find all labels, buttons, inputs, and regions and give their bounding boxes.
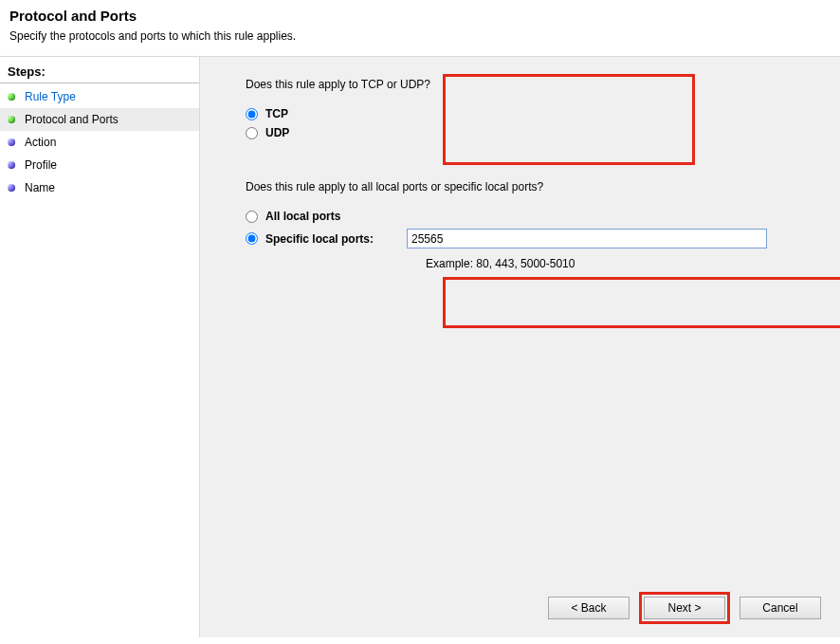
- bullet-icon: [8, 138, 15, 146]
- page-subtitle: Specify the protocols and ports to which…: [9, 29, 831, 43]
- specific-ports-input[interactable]: [407, 229, 767, 248]
- ports-example-text: Example: 80, 443, 5000-5010: [227, 251, 821, 270]
- step-label: Name: [25, 181, 55, 194]
- annotation-highlight-next: Next >: [639, 592, 730, 624]
- bullet-icon: [8, 116, 15, 123]
- radio-tcp-row: TCP: [227, 104, 821, 123]
- radio-specific-ports-label[interactable]: Specific local ports:: [265, 232, 374, 246]
- radio-specific-ports-row: Specific local ports:: [227, 226, 821, 251]
- cancel-button[interactable]: Cancel: [740, 597, 821, 619]
- step-name[interactable]: Name: [0, 176, 199, 199]
- step-action[interactable]: Action: [0, 131, 199, 154]
- radio-all-ports-label[interactable]: All local ports: [265, 210, 340, 223]
- ports-group: Does this rule apply to all local ports …: [227, 180, 821, 270]
- bullet-icon: [8, 161, 15, 169]
- step-protocol-and-ports[interactable]: Protocol and Ports: [0, 108, 199, 131]
- annotation-highlight-specific-ports: [443, 277, 840, 328]
- header: Protocol and Ports Specify the protocols…: [0, 0, 840, 56]
- radio-specific-ports[interactable]: [246, 232, 258, 245]
- radio-tcp[interactable]: [246, 108, 258, 120]
- next-button[interactable]: Next >: [644, 597, 725, 619]
- bullet-icon: [8, 93, 15, 101]
- step-label: Protocol and Ports: [25, 113, 119, 126]
- radio-udp-label[interactable]: UDP: [265, 126, 289, 139]
- bullet-icon: [8, 184, 15, 192]
- protocol-group: Does this rule apply to TCP or UDP? TCP …: [227, 78, 821, 142]
- step-label: Action: [25, 136, 56, 149]
- page-title: Protocol and Ports: [9, 8, 831, 24]
- radio-udp-row: UDP: [227, 123, 821, 142]
- step-profile[interactable]: Profile: [0, 154, 199, 176]
- step-label: Profile: [25, 158, 57, 172]
- radio-all-ports-row: All local ports: [227, 207, 821, 226]
- radio-all-ports[interactable]: [246, 211, 258, 223]
- protocol-question: Does this rule apply to TCP or UDP?: [227, 78, 821, 91]
- step-rule-type[interactable]: Rule Type: [0, 85, 199, 108]
- back-button[interactable]: < Back: [548, 597, 630, 619]
- steps-heading: Steps:: [0, 63, 199, 83]
- steps-sidebar: Steps: Rule Type Protocol and Ports Acti…: [0, 56, 199, 637]
- ports-question: Does this rule apply to all local ports …: [227, 180, 821, 193]
- radio-tcp-label[interactable]: TCP: [265, 107, 288, 120]
- main-panel: Does this rule apply to TCP or UDP? TCP …: [199, 56, 840, 637]
- radio-udp[interactable]: [246, 127, 258, 139]
- step-label: Rule Type: [25, 90, 76, 103]
- wizard-button-bar: < Back Next > Cancel: [548, 592, 821, 624]
